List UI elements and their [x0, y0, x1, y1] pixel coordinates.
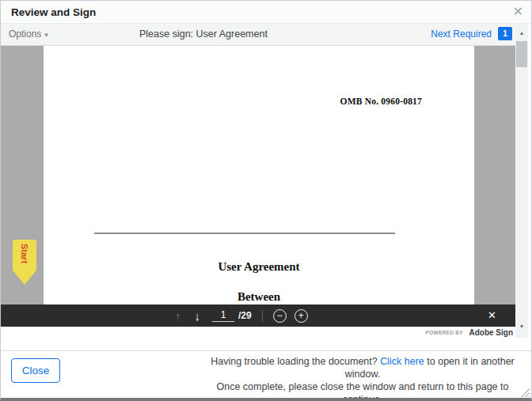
start-signing-tab[interactable]: Start: [13, 240, 36, 285]
sign-iframe-area: Options▾ Please sign: User Agreement Nex…: [1, 24, 531, 338]
document-page: OMB No. 0960-0817 User Agreement Between: [44, 46, 474, 327]
previous-page-icon[interactable]: ↑: [175, 310, 181, 322]
help-line1-before: Having trouble loading the document?: [211, 356, 380, 367]
scrollbar-thumb[interactable]: [516, 41, 527, 67]
document-horizontal-rule: [94, 233, 395, 234]
start-tab-label: Start: [20, 244, 29, 285]
powered-by-label: POWERED BY: [426, 330, 463, 335]
review-and-sign-dialog: Review and Sign ✕ Options▾ Please sign: …: [0, 0, 532, 401]
footer-divider: [1, 350, 531, 351]
page-navigation-bar: ↑ ↓ /29 − + ✕: [1, 305, 515, 327]
document-title: User Agreement: [44, 260, 474, 274]
chevron-down-icon: ▾: [44, 31, 48, 39]
sign-toolbar: Options▾ Please sign: User Agreement Nex…: [1, 24, 515, 46]
next-required-label: Next Required: [431, 28, 492, 40]
click-here-link[interactable]: Click here: [380, 356, 424, 367]
document-subtitle: Between: [44, 290, 474, 304]
help-line2: Once complete, please close the window a…: [217, 381, 509, 401]
scrollbar-down-icon[interactable]: ▼: [515, 323, 528, 329]
help-text: Having trouble loading the document? Cli…: [200, 355, 525, 401]
nav-bar-close-icon[interactable]: ✕: [488, 309, 496, 321]
dialog-footer: Close Having trouble loading the documen…: [1, 338, 531, 398]
please-sign-text: Please sign: User Agreement: [139, 28, 268, 40]
next-page-icon[interactable]: ↓: [195, 310, 201, 322]
sign-content-column: Options▾ Please sign: User Agreement Nex…: [1, 24, 515, 338]
close-button[interactable]: Close: [11, 358, 60, 383]
zoom-out-icon[interactable]: −: [273, 309, 287, 323]
next-required-count-badge: 1: [498, 27, 512, 40]
dialog-title: Review and Sign: [11, 6, 96, 18]
page-nav-controls: ↑ ↓ /29 − +: [175, 305, 308, 327]
options-menu-button[interactable]: Options▾: [9, 28, 48, 40]
vertical-scrollbar[interactable]: ▲ ▼: [515, 24, 528, 338]
omb-number: OMB No. 0960-0817: [340, 96, 422, 106]
scrollbar-up-icon[interactable]: ▲: [515, 30, 528, 36]
right-gutter: [528, 24, 531, 338]
total-pages-label: /29: [238, 310, 252, 321]
close-icon[interactable]: ✕: [511, 4, 526, 20]
powered-by-row: POWERED BY Adobe Sign: [1, 327, 515, 338]
dialog-header: Review and Sign ✕: [1, 1, 531, 24]
nav-divider: [262, 310, 263, 322]
options-label: Options: [9, 28, 41, 40]
document-viewer: OMB No. 0960-0817 User Agreement Between…: [1, 46, 515, 327]
next-required-button[interactable]: Next Required 1: [431, 27, 512, 40]
page-number-input[interactable]: [212, 309, 234, 322]
zoom-in-icon[interactable]: +: [294, 309, 308, 323]
adobe-sign-brand: Adobe Sign: [469, 328, 513, 337]
